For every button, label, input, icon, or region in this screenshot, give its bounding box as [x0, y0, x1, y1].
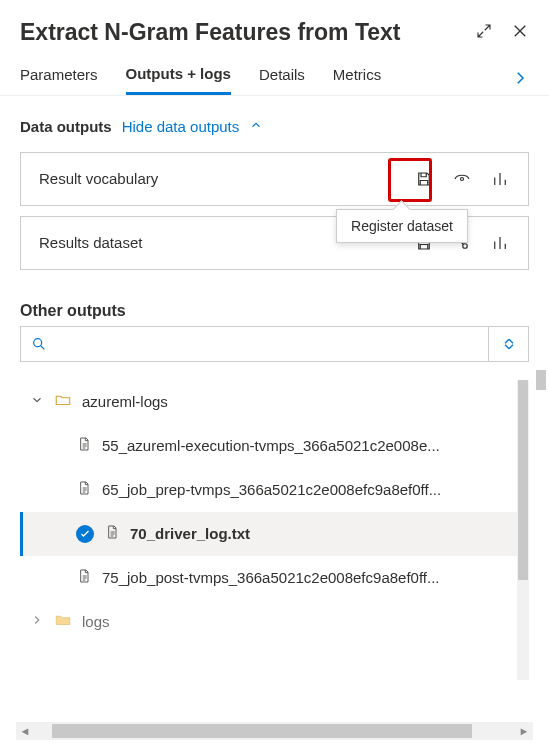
svg-point-0 [461, 177, 464, 180]
chevron-down-icon [30, 393, 44, 410]
file-row[interactable]: 65_job_prep-tvmps_366a5021c2e008efc9a8ef… [20, 468, 529, 512]
visualize-icon[interactable] [490, 169, 510, 189]
search-input[interactable] [21, 336, 488, 352]
folder-logs[interactable]: logs [20, 600, 529, 644]
other-outputs-header: Other outputs [0, 280, 549, 326]
register-dataset-tooltip: Register dataset [336, 209, 468, 243]
folder-azureml-logs[interactable]: azureml-logs [20, 380, 529, 424]
save-icon[interactable] [414, 169, 434, 189]
close-icon[interactable] [511, 22, 529, 44]
file-label: 55_azureml-execution-tvmps_366a5021c2e00… [102, 437, 440, 454]
expand-icon[interactable] [475, 22, 493, 44]
file-label: 65_job_prep-tvmps_366a5021c2e008efc9a8ef… [102, 481, 441, 498]
file-icon [104, 523, 120, 544]
file-icon [76, 479, 92, 500]
file-label: 70_driver_log.txt [130, 525, 250, 542]
file-row[interactable]: 55_azureml-execution-tvmps_366a5021c2e00… [20, 424, 529, 468]
data-output-result-vocabulary: Result vocabulary Register dataset [20, 152, 529, 206]
preview-icon[interactable] [452, 169, 472, 189]
check-icon [76, 525, 94, 543]
page-title: Extract N-Gram Features from Text [20, 18, 475, 47]
hide-data-outputs-link[interactable]: Hide data outputs [122, 118, 240, 135]
file-icon [76, 567, 92, 588]
file-label: 75_job_post-tvmps_366a5021c2e008efc9a8ef… [102, 569, 440, 586]
tab-metrics[interactable]: Metrics [333, 66, 381, 93]
tab-parameters[interactable]: Parameters [20, 66, 98, 93]
file-tree: azureml-logs 55_azureml-execution-tvmps_… [20, 380, 529, 680]
folder-icon [54, 391, 72, 412]
folder-label: azureml-logs [82, 393, 168, 410]
chevron-up-icon[interactable] [249, 118, 263, 136]
data-outputs-header: Data outputs [20, 118, 112, 135]
chevron-right-icon [30, 613, 44, 630]
svg-point-3 [34, 338, 42, 346]
tab-bar: Parameters Outputs + logs Details Metric… [0, 47, 549, 96]
folder-label: logs [82, 613, 110, 630]
tab-details[interactable]: Details [259, 66, 305, 93]
visualize-icon[interactable] [490, 233, 510, 253]
horizontal-scrollbar[interactable]: ◄ ► [16, 722, 533, 740]
panel-vertical-scrollbar[interactable] [535, 370, 547, 720]
tree-vertical-scrollbar[interactable] [517, 380, 529, 680]
data-output-label: Result vocabulary [39, 170, 414, 187]
tab-outputs-logs[interactable]: Outputs + logs [126, 65, 231, 95]
file-icon [76, 435, 92, 456]
tabs-overflow-icon[interactable] [511, 69, 529, 91]
file-row[interactable]: 75_job_post-tvmps_366a5021c2e008efc9a8ef… [20, 556, 529, 600]
collapse-all-icon[interactable] [488, 327, 528, 361]
file-row-selected[interactable]: 70_driver_log.txt [20, 512, 529, 556]
folder-icon [54, 611, 72, 632]
